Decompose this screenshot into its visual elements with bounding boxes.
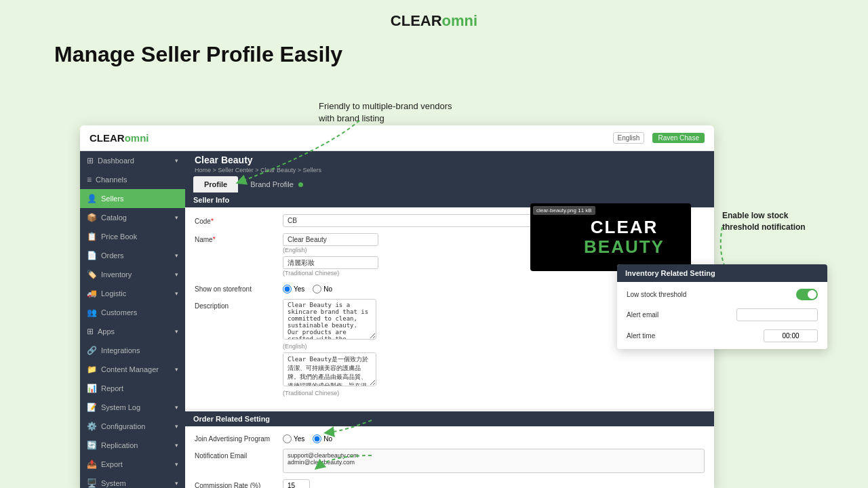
alert-time-label: Alert time (627, 332, 655, 340)
radio-no-label[interactable]: No (313, 285, 332, 293)
tab-profile[interactable]: Profile (193, 176, 238, 192)
sidebar-item-content[interactable]: 📁 Content Manager ▾ (80, 360, 185, 379)
tab-brand-profile-label: Brand Profile (250, 180, 294, 188)
sidebar-item-system[interactable]: 🖥️ System ▾ (80, 474, 185, 488)
radio-no[interactable] (313, 285, 321, 293)
notif-email-2: admin@clearbeauty.com (288, 459, 700, 466)
sidebar-label-logistic: Logistic (101, 289, 126, 298)
sidebar-item-systemlog[interactable]: 📝 System Log ▾ (80, 398, 185, 417)
sidebar-item-sellers[interactable]: 👤 Sellers (80, 189, 185, 208)
commission-input[interactable] (283, 479, 310, 488)
description-label: Description (195, 299, 276, 310)
app-header-logo: CLEARomni (90, 132, 149, 144)
user-menu[interactable]: Raven Chase (652, 133, 705, 143)
sidebar-item-configuration[interactable]: ⚙️ Configuration ▾ (80, 417, 185, 436)
tab-brand-profile[interactable]: Brand Profile (239, 176, 314, 192)
sidebar-item-apps[interactable]: ⊞ Apps ▾ (80, 322, 185, 341)
header-logo-omni: omni (125, 132, 149, 144)
sidebar-item-report[interactable]: 📊 Report (80, 379, 185, 398)
sidebar-label-customers: Customers (101, 308, 137, 317)
sidebar-label-channels: Channels (96, 176, 127, 184)
tabs-bar: Profile Brand Profile (185, 176, 714, 192)
adv-radio-yes[interactable] (283, 434, 292, 443)
form-row-advertising: Join Advertising Program Yes No (195, 432, 705, 443)
sidebar-item-orders[interactable]: 📄 Orders ▾ (80, 246, 185, 265)
apps-icon: ⊞ (87, 327, 94, 336)
logistic-icon: 🚚 (87, 289, 97, 298)
name-sub-en: (English) (283, 247, 568, 253)
adv-radio-no[interactable] (313, 434, 321, 443)
sidebar-item-pricebook[interactable]: 📋 Price Book (80, 227, 185, 246)
advertising-radio-group: Yes No (283, 432, 332, 443)
logo-omni: omni (442, 12, 478, 29)
sidebar-label-replication: Replication (101, 441, 138, 449)
sidebar-item-integrations[interactable]: 🔗 Integrations (80, 341, 185, 360)
content-icon: 📁 (87, 365, 97, 374)
sidebar-label-sellers: Sellers (101, 195, 124, 203)
sidebar-item-logistic[interactable]: 🚚 Logistic ▾ (80, 284, 185, 303)
alert-email-input[interactable] (736, 308, 818, 321)
sidebar-item-customers[interactable]: 👥 Customers (80, 303, 185, 322)
sidebar-item-catalog[interactable]: 📦 Catalog ▾ (80, 208, 185, 227)
sidebar-label-export: Export (101, 460, 123, 468)
chevron-icon: ▾ (175, 328, 178, 335)
order-form-area: Join Advertising Program Yes No (185, 426, 714, 488)
sidebar-label-configuration: Configuration (101, 422, 145, 430)
breadcrumb: Home > Seller Center > Clear Beauty > Se… (195, 167, 705, 176)
description-textarea-zh[interactable]: Clear Beauty是一個致力於清潔、可持續美容的護膚品牌。我們的產品由最高… (283, 352, 376, 386)
chevron-icon: ▾ (175, 214, 178, 221)
sidebar-item-inventory[interactable]: 🏷️ Inventory ▾ (80, 265, 185, 284)
sidebar-item-channels[interactable]: ≡ Channels (80, 170, 185, 189)
customers-icon: 👥 (87, 308, 97, 317)
chevron-icon: ▾ (175, 461, 178, 468)
sidebar-label-system: System (101, 479, 126, 487)
channels-icon: ≡ (87, 175, 92, 184)
integrations-icon: 🔗 (87, 346, 97, 355)
pricebook-icon: 📋 (87, 232, 97, 241)
adv-yes-label[interactable]: Yes (283, 434, 304, 443)
adv-no-label[interactable]: No (313, 434, 332, 443)
description-sub-en: (English) (283, 343, 568, 350)
alert-time-input[interactable] (764, 329, 818, 342)
sub-header-area: Clear Beauty Home > Seller Center > Clea… (185, 151, 714, 176)
image-tag: clear-beauty.png 11 kB (533, 206, 595, 215)
brand-profile-dot (298, 182, 303, 187)
chevron-icon: ▾ (175, 366, 178, 373)
breadcrumb-home[interactable]: Home (195, 167, 211, 174)
description-textarea-en[interactable]: Clear Beauty is a skincare brand that is… (283, 299, 376, 340)
storefront-label: Show on storefront (195, 282, 276, 293)
commission-field-group: Edit Value (Default: 15) (283, 479, 357, 488)
radio-yes-label[interactable]: Yes (283, 285, 304, 293)
orders-icon: 📄 (87, 251, 97, 260)
language-selector[interactable]: English (613, 132, 645, 144)
radio-yes[interactable] (283, 285, 292, 293)
brand-beauty: BEAUTY (584, 237, 665, 257)
seller-page-name: Clear Beauty (195, 155, 705, 167)
chevron-icon: ▾ (175, 157, 178, 164)
sidebar-label-orders: Orders (101, 251, 124, 260)
breadcrumb-sellers[interactable]: Sellers (302, 167, 321, 174)
breadcrumb-clearbeauty[interactable]: Clear Beauty (260, 167, 296, 174)
inventory-panel: Inventory Related Setting Low stock thre… (617, 264, 827, 349)
report-icon: 📊 (87, 384, 97, 393)
name-input-en[interactable] (283, 233, 378, 246)
sidebar-item-replication[interactable]: 🔄 Replication ▾ (80, 436, 185, 455)
low-stock-label: Low stock threshold (627, 291, 686, 298)
code-input[interactable] (283, 214, 568, 227)
name-input-zh[interactable] (283, 256, 378, 269)
dashboard-icon: ⊞ (87, 156, 94, 165)
notif-email-box[interactable]: support@clearbeauty.com admin@clearbeaut… (283, 449, 705, 473)
sidebar-label-catalog: Catalog (101, 214, 127, 222)
breadcrumb-sep2: > (255, 167, 260, 174)
export-icon: 📤 (87, 460, 97, 469)
sidebar-item-dashboard[interactable]: ⊞ Dashboard ▾ (80, 151, 185, 170)
name-fields: (English) (Traditional Chinese) (283, 232, 568, 277)
low-stock-toggle[interactable] (796, 289, 818, 300)
sidebar-item-export[interactable]: 📤 Export ▾ (80, 455, 185, 474)
replication-icon: 🔄 (87, 441, 97, 450)
breadcrumb-sellercenter[interactable]: Seller Center (218, 167, 254, 174)
chevron-icon: ▾ (175, 290, 178, 297)
notif-email-label: Notification Email (195, 449, 276, 460)
sidebar-label-content: Content Manager (101, 365, 159, 373)
form-row-commission: Commission Rate (%) Edit Value (Default:… (195, 479, 705, 488)
